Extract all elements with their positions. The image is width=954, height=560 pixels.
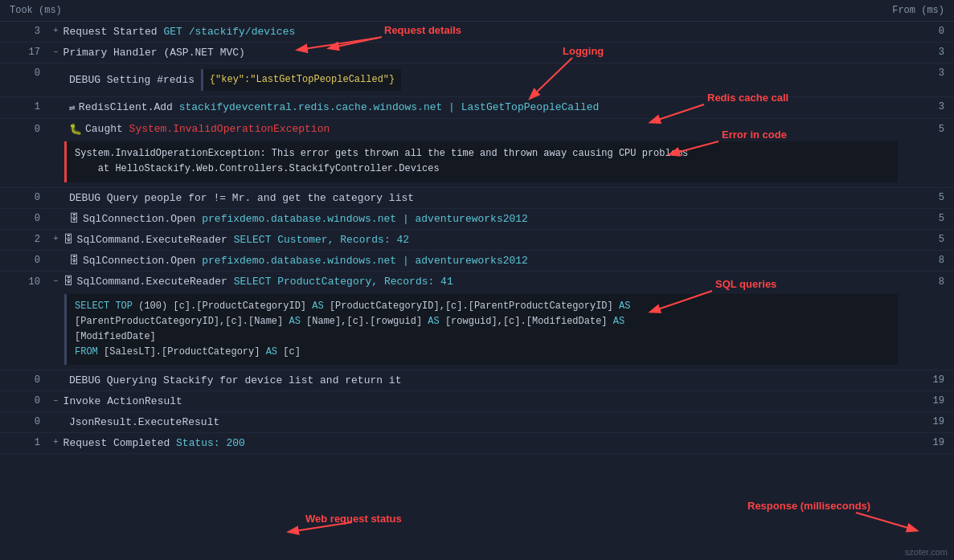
took-cell: 1 [0,97,48,116]
row-content: 🗄 SqlConnection.Open prefixdemo.database… [48,209,898,229]
table-row: 3 + Request Started GET /stackify/device… [0,22,954,43]
expand-icon[interactable]: + [53,26,59,35]
row-content: + 🗄 SqlCommand.ExecuteReader SELECT Cust… [48,230,898,250]
from-header: From (ms) [892,5,944,16]
row-label: SqlConnection.Open [83,255,202,267]
arrow-web-status [289,522,352,532]
table-row: 17 – Primary Handler (ASP.NET MVC) 3 [0,43,954,63]
row-content: – Invoke ActionResult [48,391,898,411]
took-cell: 1 [0,433,48,452]
row-content: JsonResult.ExecuteResult [48,412,898,432]
annotation-web-status: Web request status [305,513,402,525]
from-cell: 19 [898,412,954,431]
from-cell: 5 [898,230,954,249]
table-row: 0 – Invoke ActionResult 19 [0,391,954,412]
arrow-response [856,513,916,530]
from-cell: 0 [898,22,954,41]
table-row: 10 – 🗄 SqlCommand.ExecuteReader SELECT P… [0,272,954,371]
from-cell: 3 [898,97,954,116]
table-row: 0 🗄 SqlConnection.Open prefixdemo.databa… [0,209,954,230]
took-cell: 10 [0,272,48,292]
took-cell: 0 [0,370,48,390]
table-row: 0 DEBUG Setting #redis {"key":"LastGetTo… [0,63,954,97]
from-cell: 5 [898,188,954,207]
watermark: szoter.com [905,547,948,557]
row-content: + Request Started GET /stackify/devices [48,22,898,42]
took-header: Took (ms) [10,5,62,16]
expand-icon[interactable]: – [53,395,59,405]
bug-icon: 🐛 [69,123,82,136]
sql-icon: 🗄 [63,276,74,288]
sql-block: SELECT TOP (100) [c].[ProductCategoryID]… [64,294,898,366]
expand-icon[interactable]: + [53,234,59,243]
row-label: DEBUG Querying Stackify for device list … [69,374,401,386]
from-cell: 8 [898,251,954,270]
took-cell: 3 [0,22,48,41]
expand-icon[interactable]: – [53,276,59,285]
sql-icon: 🗄 [63,234,74,246]
row-label: Invoke ActionResult [63,395,182,407]
row-value[interactable]: SELECT ProductCategory, Records: 41 [234,276,453,288]
from-cell: 19 [898,391,954,411]
row-label: JsonResult.ExecuteResult [69,416,219,428]
took-cell: 0 [0,188,48,207]
row-value[interactable]: prefixdemo.database.windows.net | advent… [202,255,528,267]
row-content: + Request Completed Status: 200 [48,433,898,453]
row-label: Request Started [63,26,164,38]
row-value[interactable]: GET /stackify/devices [163,26,295,38]
annotation-response: Response (milliseconds) [747,500,870,512]
table-row: 1 ⇌ RedisClient.Add stackifydevcentral.r… [0,97,954,119]
row-content: DEBUG Setting #redis {"key":"LastGetTopP… [48,63,898,96]
row-content: DEBUG Query people for != Mr. and get th… [48,188,898,208]
from-cell: 3 [898,43,954,62]
row-value[interactable]: prefixdemo.database.windows.net | advent… [202,213,528,225]
row-label: DEBUG Setting #redis [69,74,201,86]
took-cell: 2 [0,230,48,249]
row-label: DEBUG Query people for != Mr. and get th… [69,192,414,204]
status-value[interactable]: Status: 200 [176,437,245,449]
sql-icon: 🗄 [69,255,80,267]
sql-icon: 🗄 [69,213,80,225]
took-cell: 0 [0,251,48,270]
row-label: Caught [85,123,129,135]
table-row: 1 + Request Completed Status: 200 19 [0,433,954,454]
row-label: SqlCommand.ExecuteReader [77,234,234,246]
table-row: 0 🗄 SqlConnection.Open prefixdemo.databa… [0,251,954,272]
row-value[interactable]: SELECT Customer, Records: 42 [234,234,409,246]
expand-icon[interactable]: + [53,437,59,447]
took-cell: 17 [0,43,48,62]
table-row: 0 DEBUG Query people for != Mr. and get … [0,188,954,209]
took-cell: 0 [0,63,48,83]
from-cell: 5 [898,209,954,228]
took-cell: 0 [0,209,48,228]
table-row: 0 🐛 Caught System.InvalidOperationExcept… [0,119,954,187]
redis-icon: ⇌ [69,101,76,114]
row-content: – 🗄 SqlCommand.ExecuteReader SELECT Prod… [48,272,898,292]
exception-type[interactable]: System.InvalidOperationException [129,123,330,135]
from-cell: 19 [898,433,954,452]
exception-block: System.InvalidOperationException: This e… [64,141,898,182]
row-content: DEBUG Querying Stackify for device list … [48,370,898,390]
redis-value: {"key":"LastGetTopPeopleCalled"} [201,69,401,91]
table-row: 2 + 🗄 SqlCommand.ExecuteReader SELECT Cu… [0,230,954,251]
row-label: Request Completed [63,437,176,449]
row-label: SqlCommand.ExecuteReader [77,276,234,288]
row-content: 🗄 SqlConnection.Open prefixdemo.database… [48,251,898,271]
from-cell: 19 [898,370,954,390]
row-label: Primary Handler (ASP.NET MVC) [63,47,245,59]
from-cell: 5 [898,120,954,139]
from-cell: 8 [898,272,954,292]
table-row: 0 JsonResult.ExecuteResult 19 [0,412,954,433]
took-cell: 0 [0,120,48,139]
expand-icon[interactable]: – [53,47,59,56]
from-cell: 3 [898,63,954,83]
took-cell: 0 [0,391,48,411]
row-label: RedisClient.Add [79,101,179,113]
table-row: 0 DEBUG Querying Stackify for device lis… [0,370,954,391]
row-value[interactable]: stackifydevcentral.redis.cache.windows.n… [179,101,600,113]
row-label: SqlConnection.Open [83,213,202,225]
row-content: – Primary Handler (ASP.NET MVC) [48,43,898,63]
row-content: 🐛 Caught System.InvalidOperationExceptio… [48,119,898,140]
took-cell: 0 [0,412,48,431]
row-content: ⇌ RedisClient.Add stackifydevcentral.red… [48,97,898,118]
